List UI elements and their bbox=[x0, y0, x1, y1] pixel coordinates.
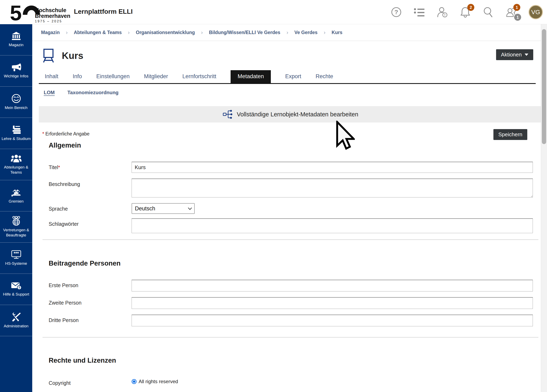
main-sidebar: Magazin Wichtige Infos Mein Bereich Lehr… bbox=[0, 24, 32, 392]
section-heading-rechte: Rechte und Lizenzen bbox=[49, 357, 536, 365]
chevron-right-icon: › bbox=[201, 29, 203, 36]
svg-text:?: ? bbox=[18, 286, 20, 290]
chevron-right-icon: › bbox=[128, 29, 130, 36]
smiley-icon bbox=[12, 94, 21, 103]
list-icon[interactable] bbox=[414, 6, 425, 18]
logo-line2: Bremerhaven bbox=[35, 13, 70, 19]
megaphone-icon bbox=[11, 63, 21, 72]
vertical-scrollbar[interactable] bbox=[541, 24, 547, 392]
breadcrumb-item[interactable]: Kurs bbox=[332, 30, 342, 35]
titel-label: Titel* bbox=[39, 162, 132, 170]
tab-inhalt[interactable]: Inhalt bbox=[45, 70, 58, 83]
bank-icon bbox=[12, 32, 21, 41]
subtab-bar: LOM Taxonomiezuordnung bbox=[39, 90, 536, 95]
section-heading-allgemein: Allgemein bbox=[49, 142, 536, 150]
sidebar-item-mein-bereich[interactable]: Mein Bereich bbox=[0, 87, 32, 118]
hochschule-bremerhaven-logo[interactable]: 5 Hochschule Bremerhaven 1975 – 2025 bbox=[10, 2, 71, 23]
books-icon bbox=[11, 125, 21, 134]
tab-lernfortschritt[interactable]: Lernfortschritt bbox=[182, 70, 216, 83]
breadcrumb: Magazin › Abteilungen & Teams › Organisa… bbox=[32, 24, 541, 41]
sidebar-item-lehre-studium[interactable]: Lehre & Studium bbox=[0, 118, 32, 149]
sprache-select[interactable]: Deutsch bbox=[132, 203, 195, 214]
sidebar-item-label: Vertretungen & Beauftragte bbox=[1, 228, 31, 238]
beschreibung-label: Beschreibung bbox=[39, 179, 132, 187]
contacts-badge-new: 1 bbox=[513, 4, 520, 11]
sidebar-item-label: Mein Bereich bbox=[5, 105, 27, 110]
bell-icon[interactable]: 2 bbox=[459, 6, 471, 18]
zweite-person-label: Zweite Person bbox=[39, 297, 132, 306]
actions-button[interactable]: Aktionen bbox=[496, 49, 533, 60]
user-alert-icon[interactable]: ! bbox=[437, 6, 448, 18]
tab-mitglieder[interactable]: Mitglieder bbox=[144, 70, 168, 83]
breadcrumb-item[interactable]: Ve Gerdes bbox=[294, 30, 318, 35]
copyright-radio[interactable] bbox=[132, 379, 137, 384]
sidebar-item-wichtige-infos[interactable]: Wichtige Infos bbox=[0, 55, 32, 87]
titel-input[interactable] bbox=[132, 162, 533, 173]
chevron-right-icon: › bbox=[324, 29, 325, 36]
page-title: Kurs bbox=[62, 50, 83, 61]
chevron-right-icon: › bbox=[66, 29, 68, 36]
sprache-selected-value: Deutsch bbox=[135, 205, 155, 212]
contacts-icon[interactable]: 1 1 bbox=[506, 6, 517, 18]
actions-button-label: Aktionen bbox=[501, 52, 522, 58]
save-button[interactable]: Speichern bbox=[493, 129, 527, 140]
globe-people-icon bbox=[11, 216, 21, 226]
breadcrumb-item[interactable]: Abteilungen & Teams bbox=[74, 30, 122, 35]
sidebar-item-label: Administration bbox=[4, 324, 28, 329]
subtab-taxonomiezuordnung[interactable]: Taxonomiezuordnung bbox=[67, 90, 118, 95]
sidebar-item-gremien[interactable]: Gremien bbox=[0, 180, 32, 211]
caret-down-icon bbox=[525, 54, 528, 56]
avatar[interactable]: VG bbox=[528, 5, 543, 19]
edit-full-metadata-link[interactable]: Vollständige Lernobjekt-Metadaten bearbe… bbox=[39, 106, 542, 122]
svg-text:***: *** bbox=[14, 251, 19, 256]
people-group-icon bbox=[11, 154, 21, 163]
breadcrumb-item[interactable]: Magazin bbox=[41, 30, 60, 35]
dritte-person-label: Dritte Person bbox=[39, 315, 132, 323]
sidebar-item-label: Abteilungen & Teams bbox=[1, 165, 31, 175]
schlagwoerter-label: Schlagwörter bbox=[39, 218, 132, 227]
course-easel-icon bbox=[42, 48, 55, 63]
tab-bar: Inhalt Info Einstellungen Mitglieder Ler… bbox=[39, 70, 536, 84]
logo-years: 1975 – 2025 bbox=[35, 20, 70, 23]
search-icon[interactable] bbox=[483, 6, 494, 18]
sidebar-item-magazin[interactable]: Magazin bbox=[0, 24, 32, 55]
logo-number: 5 bbox=[10, 1, 21, 25]
beschreibung-textarea[interactable] bbox=[132, 179, 533, 197]
breadcrumb-item[interactable]: Bildung/Wissen/ELLI Ve Gerdes bbox=[209, 30, 280, 35]
sidebar-item-administration[interactable]: Administration bbox=[0, 305, 32, 336]
sidebar-item-abteilungen-teams[interactable]: Abteilungen & Teams bbox=[0, 149, 32, 180]
scrollbar-thumb[interactable] bbox=[542, 29, 546, 144]
tab-rechte[interactable]: Rechte bbox=[316, 70, 333, 83]
breadcrumb-item[interactable]: Organisationsentwicklung bbox=[136, 30, 195, 35]
tab-metadaten[interactable]: Metadaten bbox=[231, 70, 271, 83]
zweite-person-input[interactable] bbox=[132, 297, 533, 309]
sidebar-item-vertretungen[interactable]: Vertretungen & Beauftragte bbox=[0, 211, 32, 243]
sidebar-item-hilfe-support[interactable]: ? Hilfe & Support bbox=[0, 274, 32, 305]
sidebar-item-label: HS-Systeme bbox=[5, 261, 27, 266]
sidebar-item-hs-systeme[interactable]: *** HS-Systeme bbox=[0, 243, 32, 274]
monitor-icon: *** bbox=[11, 250, 21, 259]
edit-full-metadata-label: Vollständige Lernobjekt-Metadaten bearbe… bbox=[237, 111, 358, 118]
dritte-person-input[interactable] bbox=[132, 315, 533, 326]
top-header: 5 Hochschule Bremerhaven 1975 – 2025 Ler… bbox=[0, 0, 547, 24]
schlagwoerter-input[interactable] bbox=[132, 218, 533, 233]
logo-line1: Hochschule bbox=[35, 7, 70, 13]
tab-export[interactable]: Export bbox=[285, 70, 301, 83]
help-icon[interactable]: ? bbox=[390, 6, 402, 18]
contacts-badge-total: 1 bbox=[514, 14, 521, 21]
tab-info[interactable]: Info bbox=[73, 70, 82, 83]
sidebar-item-label: Magazin bbox=[9, 42, 24, 48]
sprache-label: Sprache bbox=[39, 203, 132, 212]
sidebar-item-label: Gremien bbox=[9, 199, 24, 204]
app-title: Lernplattform ELLI bbox=[74, 8, 133, 15]
subtab-lom[interactable]: LOM bbox=[44, 90, 55, 95]
tab-einstellungen[interactable]: Einstellungen bbox=[96, 70, 130, 83]
erste-person-input[interactable] bbox=[132, 280, 533, 291]
required-asterisk: * bbox=[58, 165, 60, 170]
copyright-label: Copyright bbox=[39, 378, 132, 386]
metadata-tree-icon bbox=[223, 109, 233, 119]
section-divider bbox=[42, 239, 538, 240]
bell-badge: 2 bbox=[467, 4, 474, 11]
required-asterisk: * bbox=[42, 131, 44, 136]
chevron-down-icon bbox=[188, 206, 192, 210]
